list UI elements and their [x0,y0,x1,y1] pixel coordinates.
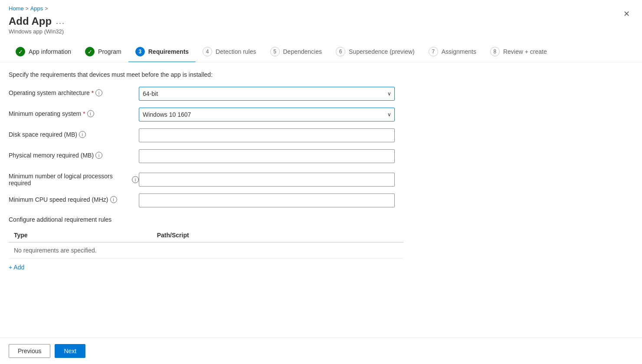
footer: Previous Next [0,338,642,364]
disk-space-input[interactable] [139,128,395,142]
close-button[interactable]: ✕ [619,7,633,21]
step-label-review-create: Review + create [503,48,547,55]
next-button[interactable]: Next [55,344,85,358]
step-circle-detection-rules: 4 [203,47,212,56]
more-options-button[interactable]: ... [56,17,65,26]
step-circle-supersedence: 6 [336,47,345,56]
step-label-app-information: App information [29,48,71,55]
breadcrumb: Home > Apps > [0,0,642,13]
additional-rules-title: Configure additional requirement rules [9,216,633,223]
main-content: Specify the requirements that devices mu… [0,62,642,340]
os-arch-select-wrapper: 64-bit 32-bit 32-bit and 64-bit ∨ [139,87,395,101]
empty-message: No requirements are specified. [9,243,403,259]
disk-space-row: Disk space required (MB) i [9,128,633,142]
col-type: Type [9,228,152,243]
min-cpu-label: Minimum CPU speed required (MHz) i [9,193,139,203]
breadcrumb-sep2: > [45,6,48,12]
step-dependencies[interactable]: 5 Dependencies [263,42,329,62]
step-label-program: Program [98,48,121,55]
step-circle-requirements: 3 [135,47,145,56]
min-cpu-info-icon[interactable]: i [110,196,117,203]
requirements-table: Type Path/Script No requirements are spe… [9,228,403,259]
step-review-create[interactable]: 8 Review + create [483,42,554,62]
os-arch-label: Operating system architecture * i [9,87,139,96]
disk-space-label: Disk space required (MB) i [9,128,139,138]
min-cpu-row: Minimum CPU speed required (MHz) i [9,193,633,207]
min-processors-input[interactable] [139,173,395,187]
min-processors-info-icon[interactable]: i [132,176,139,183]
step-detection-rules[interactable]: 4 Detection rules [196,42,263,62]
add-link[interactable]: + Add [9,264,24,271]
additional-rules-section: Configure additional requirement rules T… [9,216,633,271]
physical-mem-info-icon[interactable]: i [95,152,102,159]
steps-navigation: ✓ App information ✓ Program 3 Requiremen… [0,42,642,62]
col-path-script: Path/Script [152,228,403,243]
os-arch-select[interactable]: 64-bit 32-bit 32-bit and 64-bit [139,87,395,101]
min-os-required: * [83,110,85,117]
min-os-info-icon[interactable]: i [87,110,94,117]
step-assignments[interactable]: 7 Assignments [422,42,483,62]
table-row-empty: No requirements are specified. [9,243,403,259]
breadcrumb-sep1: > [26,6,29,12]
step-app-information[interactable]: ✓ App information [9,42,78,62]
breadcrumb-apps[interactable]: Apps [30,5,43,12]
min-os-row: Minimum operating system * i Windows 10 … [9,108,633,121]
step-requirements[interactable]: 3 Requirements [128,42,196,62]
os-arch-row: Operating system architecture * i 64-bit… [9,87,633,101]
section-description: Specify the requirements that devices mu… [9,71,633,78]
step-circle-app-information: ✓ [16,47,25,56]
page-subtitle: Windows app (Win32) [0,28,642,42]
disk-space-info-icon[interactable]: i [79,131,86,138]
step-label-dependencies: Dependencies [283,48,322,55]
min-processors-row: Minimum number of logical processors req… [9,170,633,187]
step-circle-dependencies: 5 [270,47,280,56]
min-os-select[interactable]: Windows 10 1607 Windows 10 1703 Windows … [139,108,395,121]
step-label-requirements: Requirements [148,48,189,55]
step-label-supersedence: Supersedence (preview) [349,48,415,55]
step-supersedence[interactable]: 6 Supersedence (preview) [329,42,422,62]
step-circle-assignments: 7 [429,47,438,56]
min-os-label: Minimum operating system * i [9,108,139,117]
physical-mem-label: Physical memory required (MB) i [9,149,139,159]
title-area: Add App ... [0,13,642,28]
min-cpu-input[interactable] [139,193,395,207]
min-os-select-wrapper: Windows 10 1607 Windows 10 1703 Windows … [139,108,395,121]
os-arch-required: * [92,89,94,96]
step-label-assignments: Assignments [442,48,476,55]
physical-mem-input[interactable] [139,149,395,163]
page-title: Add App [9,15,52,27]
min-processors-label: Minimum number of logical processors req… [9,170,139,187]
step-label-detection-rules: Detection rules [216,48,256,55]
step-circle-program: ✓ [85,47,95,56]
previous-button[interactable]: Previous [9,344,50,358]
physical-mem-row: Physical memory required (MB) i [9,149,633,163]
os-arch-info-icon[interactable]: i [95,89,102,96]
step-program[interactable]: ✓ Program [78,42,128,62]
step-circle-review-create: 8 [490,47,500,56]
breadcrumb-home[interactable]: Home [9,5,24,12]
